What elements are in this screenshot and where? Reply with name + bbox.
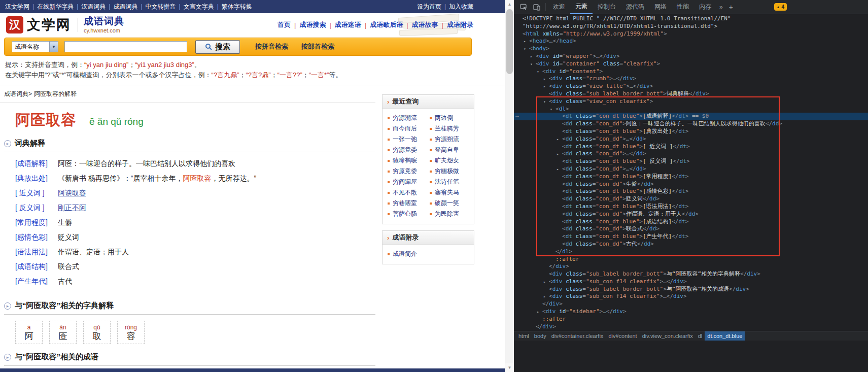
sidebar-list-item[interactable]: 穷阎漏屋	[388, 177, 430, 187]
sidebar-list-item[interactable]: 破颜一笑	[430, 198, 472, 209]
devtools-tree-line[interactable]: <dt class="con_dt blue">[成语解释]</dt> == $…	[514, 113, 868, 120]
topbar-link[interactable]: 设为首页	[417, 3, 441, 10]
devtools-tree-line[interactable]: <dt class="con_dt blue">[感情色彩]</dt>	[514, 188, 868, 195]
tree-toggle-arrow[interactable]: ▸	[543, 293, 549, 301]
devtools-tree-line[interactable]: <dd class="con_dd">贬义词</dd>	[514, 195, 868, 203]
devtools-tree-line[interactable]: ▾<dl>	[514, 106, 868, 113]
devtools-tree-line[interactable]: <dd class="con_dd">阿匼：一味迎合的样子。一味巴结别人以求得他…	[514, 120, 868, 128]
devtools-tab-内存[interactable]: 内存	[694, 0, 716, 14]
header-nav-link[interactable]: 成语附录	[447, 20, 473, 29]
sidebar-list-item[interactable]: 一张一弛	[388, 134, 430, 145]
sidebar-list-item[interactable]: 穷原竟委	[388, 166, 430, 177]
devtools-tree-line[interactable]: <dd class="con_dd">作谓语、定语；用于人</dd>	[514, 211, 868, 218]
devtools-tree-line[interactable]: <dt class="con_dt blue">[语法用法]</dt>	[514, 203, 868, 211]
devtools-tree-line[interactable]: <div class="sub_label border_bott">词典解释<…	[514, 90, 868, 98]
sidebar-list-item[interactable]: 穷源竟委	[388, 145, 430, 155]
character-box[interactable]: ǎn匼	[49, 321, 77, 344]
devtools-tree-line[interactable]: ▾<div id="content">	[514, 68, 868, 76]
devtools-tab-网络[interactable]: 网络	[649, 0, 672, 14]
header-nav-link[interactable]: 成语歇后语	[370, 20, 403, 29]
tree-toggle-arrow[interactable]: ▸	[530, 53, 536, 61]
devtools-tree-line[interactable]: <dd class="con_dd">古代</dd>	[514, 241, 868, 248]
devtools-tab-性能[interactable]: 性能	[672, 0, 694, 14]
devtools-tab-控制台[interactable]: 控制台	[593, 0, 621, 14]
devtools-tree-line[interactable]: <div class="sub_label border_bott">与“阿匼取…	[514, 270, 868, 278]
devtools-breadcrumb-item[interactable]: body	[532, 331, 549, 341]
devtools-tree-line[interactable]: "http://www.w3.org/TR/xhtml1/DTD/xhtml1-…	[514, 23, 868, 30]
topbar-link[interactable]: 文言文字典	[184, 3, 214, 10]
sidebar-list-item[interactable]: 猿啼鹤唳	[388, 155, 430, 166]
header-nav-link[interactable]: 首页	[277, 20, 291, 29]
devtools-tree-line[interactable]: <dt class="con_dt blue">[产生年代]</dt>	[514, 233, 868, 241]
search-button[interactable]: 搜索	[195, 40, 240, 54]
topbar-link[interactable]: 成语词典	[113, 3, 137, 10]
header-nav-link[interactable]: 成语故事	[412, 20, 438, 29]
tree-toggle-arrow[interactable]: ▸	[524, 38, 529, 46]
tree-toggle-arrow[interactable]: ▸	[557, 151, 562, 158]
devtools-tree-line[interactable]: ▸<div class="view_title">…</div>	[514, 83, 868, 90]
devtools-tree-line[interactable]: ▾<body>	[514, 45, 868, 53]
header-nav-link[interactable]: 成语迷语	[335, 20, 361, 29]
devtools-tab-欢迎[interactable]: 欢迎	[548, 0, 570, 14]
devtools-tree-line[interactable]: <!DOCTYPE html PUBLIC "-//W3C//DTD XHTML…	[514, 15, 868, 23]
devtools-breadcrumb-item[interactable]: div#content	[606, 331, 639, 341]
devtools-tree-line[interactable]: ▸<div id="wrapper">…</div>	[514, 53, 868, 60]
sidebar-list-item[interactable]: 为民除害	[430, 209, 472, 219]
header-nav-link[interactable]: 成语搜索	[299, 20, 326, 29]
definition-link[interactable]: 阿谀取容	[58, 189, 86, 197]
devtools-tree-line[interactable]: </div>	[514, 323, 868, 331]
tree-toggle-arrow[interactable]: ▾	[524, 46, 529, 53]
tree-toggle-arrow[interactable]: ▸	[543, 76, 549, 83]
devtools-tree-line[interactable]: <dt class="con_dt blue">[ 反义词 ]</dt>	[514, 158, 868, 165]
sidebar-list-item[interactable]: 成语简介	[388, 249, 472, 259]
line-options-ellipsis[interactable]: …	[515, 112, 519, 118]
sidebar-list-item[interactable]: 菩萨心肠	[388, 209, 430, 219]
devtools-tab-源代码[interactable]: 源代码	[621, 0, 649, 14]
search-type-select[interactable]: 成语名称 ▼	[12, 41, 58, 52]
devtools-breadcrumb-item[interactable]: dl	[696, 331, 705, 341]
definition-link[interactable]: 刚正不阿	[58, 204, 86, 212]
topbar-link[interactable]: 在线新华字典	[37, 3, 74, 10]
new-tab-icon[interactable]: +	[726, 3, 736, 11]
devtools-tree-line[interactable]: ▸<div class="sub_con f14 clearfix">…</di…	[514, 278, 868, 286]
sidebar-list-item[interactable]: 沈诗任笔	[430, 177, 472, 187]
tree-toggle-arrow[interactable]: ▸	[537, 309, 542, 316]
devtools-tree-line[interactable]: <dd class="con_dd">生僻</dd>	[514, 181, 868, 188]
topbar-link[interactable]: 加入收藏	[449, 3, 473, 10]
topbar-link[interactable]: 汉文学网	[5, 3, 29, 10]
page-scrollbar[interactable]: ▲ ▼	[505, 0, 514, 372]
topbar-link[interactable]: 繁体字转换	[222, 3, 252, 10]
search-input[interactable]	[64, 41, 187, 52]
topbar-link[interactable]: 中文转拼音	[146, 3, 176, 10]
devtools-tree-line[interactable]: ▸<head>…</head>	[514, 38, 868, 45]
tree-toggle-arrow[interactable]: ▸	[543, 279, 549, 286]
character-box[interactable]: qǔ取	[83, 321, 111, 344]
sidebar-list-item[interactable]: 两边倒	[430, 113, 472, 123]
site-logo[interactable]: 汉	[6, 16, 23, 33]
radical-index-link[interactable]: 按部首检索	[301, 42, 334, 51]
sidebar-list-item[interactable]: 兰桂腾芳	[430, 123, 472, 134]
devtools-tree-line[interactable]: ▸<div class="sub_con f14 clearfix">…</di…	[514, 293, 868, 300]
devtools-tree-line[interactable]: ▸<dd class="con_dd">…</dd>	[514, 136, 868, 143]
devtools-tree-line[interactable]: ▸<div class="crumb">…</div>	[514, 75, 868, 83]
devtools-tree-line[interactable]: <html xmlns="http://www.w3.org/1999/xhtm…	[514, 30, 868, 38]
devtools-tree-line[interactable]: ▾<div id="container" class="clearfix">	[514, 60, 868, 68]
sidebar-list-item[interactable]: 不见不散	[388, 187, 430, 198]
sidebar-list-item[interactable]: 旷夫怨女	[430, 155, 472, 166]
devtools-tree-line[interactable]: ::after	[514, 316, 868, 323]
devtools-tree-line[interactable]: </div>	[514, 300, 868, 308]
scrollbar-thumb[interactable]	[506, 9, 513, 74]
scroll-down-icon[interactable]: ▼	[505, 363, 514, 372]
sidebar-list-item[interactable]: 穷源朔流	[430, 134, 472, 145]
tree-toggle-arrow[interactable]: ▾	[543, 98, 549, 106]
scroll-up-icon[interactable]: ▲	[505, 0, 514, 9]
devtools-breadcrumb-item[interactable]: div.view_con.clearfix	[640, 331, 696, 341]
tree-toggle-arrow[interactable]: ▾	[550, 106, 555, 114]
devtools-tree-line[interactable]: ▸<dd class="con_dd">…</dd>	[514, 150, 868, 158]
tree-toggle-arrow[interactable]: ▾	[530, 61, 536, 69]
topbar-link[interactable]: 汉语词典	[81, 3, 106, 10]
devtools-tree-line[interactable]: <dt class="con_dt blue">[典故出处]</dt>	[514, 128, 868, 136]
sidebar-list-item[interactable]: 穷源溯流	[388, 113, 430, 123]
devtools-tree-line[interactable]: ▾<div class="view_con clearfix">	[514, 98, 868, 106]
tree-toggle-arrow[interactable]: ▸	[557, 136, 562, 144]
